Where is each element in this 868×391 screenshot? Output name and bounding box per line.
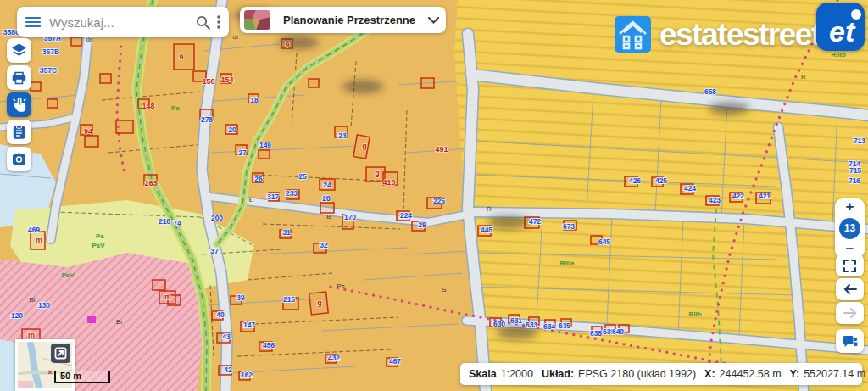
parcel-number-label: 37: [210, 247, 219, 255]
building: [421, 78, 434, 88]
parcel-number-label: 233: [286, 189, 298, 198]
land-use-label: Ps: [96, 232, 104, 240]
land-use-label: RIIIa: [560, 260, 575, 267]
building: [47, 99, 58, 108]
blur-smudge: [709, 102, 749, 115]
forward-button[interactable]: [836, 302, 864, 324]
parcel-number-label: 200: [211, 214, 223, 222]
parcel-number-label: 18: [250, 96, 259, 104]
parcel-number-label: 23: [338, 131, 347, 140]
parcel-number-label: 645: [598, 237, 610, 246]
search-icon[interactable]: [196, 15, 210, 30]
parcel-number-label: 422: [732, 192, 744, 200]
parcel-number-label: 317: [267, 193, 279, 201]
estatestreet-logo-mark[interactable]: et: [816, 3, 865, 51]
parcel-number-label: 715: [849, 166, 861, 175]
feedback-chat-button[interactable]: [836, 329, 864, 353]
building-number-label: 148: [142, 102, 154, 110]
building: [71, 37, 81, 46]
building: [309, 79, 319, 87]
parcel-number-label: 130: [38, 301, 50, 310]
building-number-label: g: [362, 142, 367, 150]
building-number-label: 491: [435, 145, 448, 154]
map-annotation-label: dr: [232, 33, 238, 41]
clipboard-button[interactable]: [7, 120, 31, 144]
zoom-control: + 13 −: [835, 198, 865, 258]
building: [174, 44, 194, 70]
building-number-label: g: [375, 169, 380, 177]
parcel-number-label: 149: [259, 141, 271, 149]
zoom-in-button[interactable]: +: [846, 201, 854, 213]
parcel-number-label: 43: [222, 332, 231, 341]
parcel-number-label: 638: [590, 329, 602, 338]
scale-bar: 50 m: [54, 371, 110, 383]
parcel-number-label: 640: [612, 327, 624, 336]
parcel-number-label: 32: [320, 241, 328, 249]
parcel-number-label: 634: [543, 322, 555, 331]
minimap-expand-icon[interactable]: [51, 344, 70, 363]
parcel-number-label: 26: [254, 175, 263, 183]
parcel-number-label: 635: [559, 321, 570, 330]
parcel-number-label: 423: [709, 196, 721, 204]
zoom-level-badge: 13: [839, 218, 860, 239]
y-value: 552027.14 m: [804, 368, 865, 380]
building-number-label: 9: [179, 53, 183, 61]
parcel-number-label: 357B: [42, 47, 59, 56]
map-application: 357A357B357C358C149232524233317282252241…: [0, 0, 868, 391]
parcel-number-label: 630: [493, 320, 505, 328]
chevron-down-icon: [428, 17, 439, 24]
parcel-number-label: 631: [510, 316, 522, 325]
layer-dropdown[interactable]: Planowanie Przestrzenne: [240, 7, 446, 33]
map-annotation-label: Ł: [249, 196, 253, 204]
land-use-label: RIIIb: [831, 51, 845, 59]
map-annotation-label: S: [442, 286, 446, 293]
parcel-number-label: 425: [655, 176, 667, 185]
layers-button[interactable]: [7, 38, 31, 63]
parcel-number-label: 469: [28, 226, 40, 234]
fullscreen-button[interactable]: [836, 254, 864, 276]
magenta-marker: [87, 316, 96, 323]
camera-button[interactable]: [7, 147, 31, 171]
estatestreet-house-icon: [614, 15, 652, 53]
y-label: Y:: [790, 368, 800, 380]
touch-pointer-button[interactable]: [7, 92, 31, 117]
parcel-number-label: 421: [759, 192, 771, 200]
parcel-number-label: 29: [418, 221, 426, 229]
parcel-number-label: 716: [849, 176, 860, 185]
building: [85, 136, 98, 147]
building: [153, 280, 165, 290]
parcel-number-label: 713: [854, 137, 865, 145]
parcel-number-label: 225: [433, 197, 445, 205]
map-annotation-label: Ps: [337, 282, 344, 290]
parcel-number-label: 39: [236, 293, 245, 302]
parcel-number-label: 224: [400, 211, 412, 220]
more-vertical-icon[interactable]: [217, 15, 220, 29]
print-button[interactable]: [7, 65, 31, 90]
back-button[interactable]: [836, 278, 864, 300]
search-input[interactable]: [47, 14, 189, 31]
map-annotation-label: R: [487, 205, 492, 213]
parcel-number-label: 162: [241, 371, 253, 379]
parcel-number-label: 278: [201, 115, 213, 124]
parcel-number-label: 28: [322, 194, 331, 203]
parcel-number-label: 120: [11, 311, 23, 320]
brand-logo: estatestreet: [614, 15, 821, 53]
building-number-label: 9: [285, 41, 289, 49]
parcel-number-label: 40: [216, 310, 225, 319]
land-use-label: PsV: [92, 242, 105, 249]
menu-hamburger-icon[interactable]: [25, 16, 41, 28]
land-use-label: RIIb: [688, 310, 701, 318]
svg-text:et: et: [829, 15, 856, 47]
scale-label: Skala: [469, 368, 497, 380]
parcel-number-label: 426: [629, 176, 641, 185]
parcel-number-label: 27: [238, 148, 247, 157]
status-bar: Skala 1:2000 Układ: EPSG 2180 (układ 199…: [460, 363, 862, 385]
building-number-label: m: [36, 236, 42, 244]
zoom-out-button[interactable]: −: [846, 243, 854, 255]
x-value: 244452.58 m: [720, 368, 782, 380]
map-canvas[interactable]: 357A357B357C358C149232524233317282252241…: [0, 0, 868, 391]
parcel-number-label: 658: [704, 87, 716, 96]
building-number-label: m: [164, 293, 171, 301]
parcel-number-label: 215: [283, 295, 295, 304]
crs-value: EPSG 2180 (układ 1992): [578, 368, 696, 380]
